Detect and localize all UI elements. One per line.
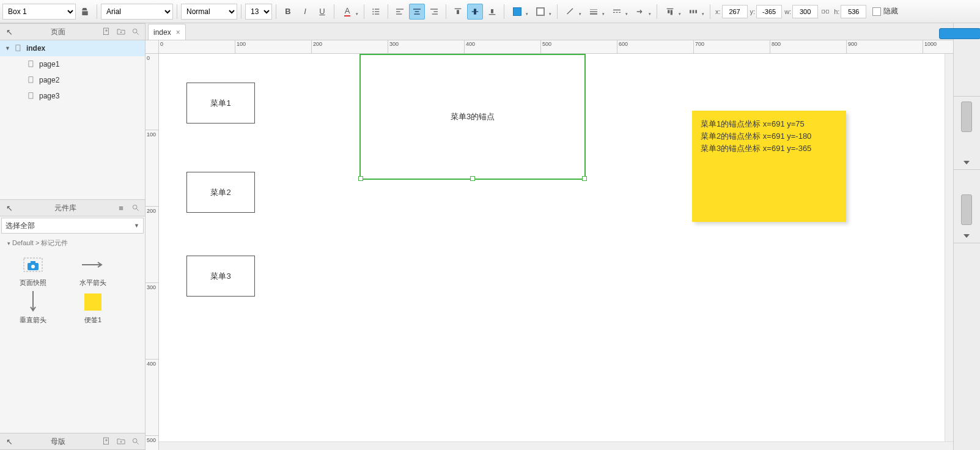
font-style-select[interactable]: Normal <box>181 4 237 20</box>
y-input[interactable] <box>756 5 782 18</box>
font-family-select[interactable]: Arial <box>101 4 173 20</box>
widget-item-varrow[interactable]: 垂直箭头 <box>7 291 59 325</box>
svg-rect-40 <box>29 77 33 83</box>
x-input[interactable] <box>722 5 748 18</box>
resize-handle-bl[interactable] <box>358 176 363 181</box>
h-input[interactable] <box>841 5 866 18</box>
resize-handle-bm[interactable] <box>470 176 475 181</box>
fill-color-button[interactable] <box>508 4 530 20</box>
svg-point-42 <box>133 205 137 209</box>
vertical-scrollbar[interactable] <box>945 54 953 441</box>
horizontal-scrollbar[interactable] <box>159 441 953 450</box>
inspector-tab-3[interactable] <box>954 170 980 243</box>
page-tree-root[interactable]: ▼ index <box>0 40 145 56</box>
hidden-checkbox[interactable]: 隐藏 <box>872 6 898 17</box>
bold-button[interactable]: B <box>280 4 296 20</box>
line-color-button[interactable] <box>561 4 583 20</box>
valign-middle-button[interactable] <box>467 4 483 20</box>
svg-rect-33 <box>695 10 697 13</box>
resize-handle-br[interactable] <box>582 176 587 181</box>
line-style-button[interactable] <box>608 4 630 20</box>
text-color-button[interactable]: A <box>338 4 360 20</box>
search-masters-icon[interactable] <box>130 436 141 447</box>
document-tabs: index × ▼ <box>146 23 953 40</box>
search-widgets-icon[interactable] <box>130 202 141 213</box>
widgets-panel: ↖ 元件库 ≡ 选择全部 ▼ ▾ Default > 标记元件 页面快照 <box>0 199 145 433</box>
widget-item-harrow[interactable]: 水平箭头 <box>67 254 119 287</box>
align-right-button[interactable] <box>426 4 442 20</box>
tab-label: index <box>153 28 171 37</box>
svg-rect-20 <box>491 9 493 13</box>
add-master-folder-icon[interactable] <box>116 436 127 447</box>
line-width-button[interactable] <box>584 4 606 20</box>
separator <box>334 4 334 19</box>
valign-bottom-button[interactable] <box>484 4 500 20</box>
pages-panel-title: 页面 <box>51 27 65 37</box>
widget-menu2[interactable]: 菜单2 <box>186 172 255 213</box>
svg-rect-7 <box>396 11 400 12</box>
add-page-icon[interactable] <box>101 26 112 37</box>
arrow-style-button[interactable] <box>631 4 653 20</box>
widget-sticky-note[interactable]: 菜单1的锚点坐标 x=691 y=75 菜单2的锚点坐标 x=691 y=-18… <box>692 111 846 222</box>
font-size-select[interactable]: 13 <box>245 4 272 20</box>
widget-anchor-box-selected[interactable]: 菜单3的锚点 <box>359 54 586 180</box>
distribute-objects-button[interactable] <box>684 4 706 20</box>
widget-item-snapshot[interactable]: 页面快照 <box>7 254 59 287</box>
widget-item-sticky[interactable]: 便签1 <box>67 291 119 325</box>
svg-rect-3 <box>375 11 379 12</box>
svg-rect-8 <box>396 13 402 14</box>
caret-down-icon: ▼ <box>5 45 10 51</box>
close-tab-icon[interactable]: × <box>176 28 180 37</box>
canvas[interactable]: 菜单1 菜单2 菜单3 菜单3的锚点 菜单1的锚点坐标 x=691 y=75 菜… <box>159 54 953 450</box>
separator <box>710 4 710 19</box>
bullet-list-button[interactable] <box>368 4 384 20</box>
w-input[interactable] <box>792 5 818 18</box>
page-tree-item[interactable]: page1 <box>0 56 145 72</box>
svg-rect-15 <box>455 8 462 9</box>
inspector-tab-1[interactable] <box>954 23 980 97</box>
separator <box>364 4 364 19</box>
separator <box>504 4 504 19</box>
ruler-vertical[interactable]: 0100200300400500 <box>146 54 159 450</box>
svg-rect-24 <box>613 9 621 10</box>
widgets-panel-header: ↖ 元件库 ≡ <box>0 199 145 216</box>
page-tree-item[interactable]: page3 <box>0 88 145 104</box>
search-pages-icon[interactable] <box>130 26 141 37</box>
italic-button[interactable]: I <box>297 4 313 20</box>
lock-aspect-button[interactable] <box>819 4 831 20</box>
y-label: y: <box>750 8 756 15</box>
align-center-button[interactable] <box>409 4 425 20</box>
inspector-tab-2[interactable] <box>954 97 980 170</box>
svg-rect-41 <box>29 93 33 98</box>
svg-point-4 <box>372 13 374 15</box>
w-label: w: <box>784 8 791 15</box>
widgets-filter-dropdown[interactable]: 选择全部 ▼ <box>1 218 144 234</box>
collapse-icon[interactable]: ↖ <box>4 202 15 213</box>
svg-rect-30 <box>671 10 672 15</box>
page-tree-item[interactable]: page2 <box>0 72 145 88</box>
underline-button[interactable]: U <box>314 4 330 20</box>
widget-menu1[interactable]: 菜单1 <box>186 83 255 124</box>
menu-icon[interactable]: ≡ <box>116 202 127 213</box>
anchor-box-label: 菜单3的锚点 <box>451 111 495 122</box>
page-tree: ▼ index page1 page2 page3 <box>0 40 145 199</box>
collapse-icon[interactable]: ↖ <box>4 436 15 447</box>
widgets-scroll[interactable]: ▾ Default > 标记元件 页面快照 水平箭头 <box>0 235 145 433</box>
add-master-icon[interactable] <box>101 436 112 447</box>
collapse-icon[interactable]: ↖ <box>4 26 15 37</box>
separator <box>276 4 276 19</box>
separator <box>388 4 388 19</box>
tab-index[interactable]: index × <box>148 24 186 40</box>
copy-style-button[interactable] <box>77 4 93 20</box>
align-objects-button[interactable] <box>661 4 683 20</box>
valign-top-button[interactable] <box>450 4 466 20</box>
widget-name-select[interactable]: Box 1 <box>2 4 76 20</box>
border-color-button[interactable] <box>531 4 553 20</box>
svg-rect-5 <box>375 13 379 14</box>
svg-point-37 <box>133 29 137 33</box>
add-folder-icon[interactable] <box>116 26 127 37</box>
widget-menu3[interactable]: 菜单3 <box>186 256 255 297</box>
ruler-horizontal[interactable]: 01002003004005006007008009001000 <box>159 40 953 54</box>
align-left-button[interactable] <box>392 4 408 20</box>
svg-rect-11 <box>414 13 419 14</box>
